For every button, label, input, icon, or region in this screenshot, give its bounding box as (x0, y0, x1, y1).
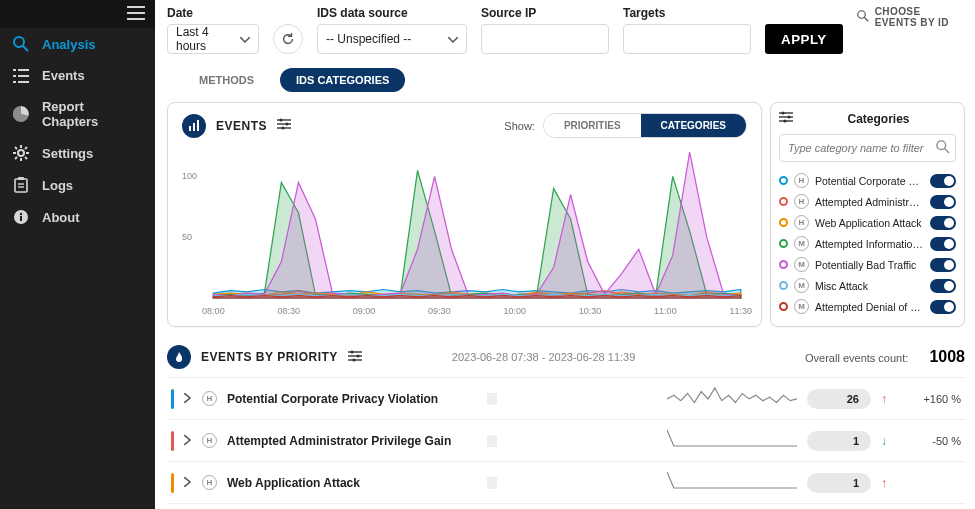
category-name: Attempted Denial of Servi … (815, 301, 924, 313)
expand-icon[interactable] (184, 392, 192, 406)
category-color-dot (779, 260, 788, 269)
clipboard-icon (12, 177, 30, 193)
severity-badge: H (202, 475, 217, 490)
svg-point-43 (787, 115, 790, 118)
category-toggle[interactable] (930, 174, 956, 188)
sliders-icon[interactable] (779, 111, 793, 126)
svg-rect-7 (13, 81, 16, 83)
category-toggle[interactable] (930, 216, 956, 230)
priority-percent: +160 % (905, 393, 961, 405)
expand-icon[interactable] (184, 476, 192, 490)
category-search-input[interactable] (779, 134, 956, 162)
svg-rect-29 (189, 126, 191, 131)
category-row: MAttempted Information Lea … (779, 233, 956, 254)
category-toggle[interactable] (930, 300, 956, 314)
tab-ids-categories[interactable]: IDS CATEGORIES (280, 68, 405, 92)
trend-arrow-icon: ↑ (881, 476, 895, 490)
category-color-dot (779, 281, 788, 290)
targets-label: Targets (623, 6, 751, 20)
segment-categories[interactable]: CATEGORIES (641, 114, 746, 137)
sidebar-item-label: About (42, 210, 80, 225)
list-icon (12, 69, 30, 83)
search-icon (936, 140, 950, 157)
svg-rect-6 (13, 75, 16, 77)
y-tick: 100 (182, 171, 197, 181)
priority-count: 1 (807, 473, 871, 493)
category-color-dot (779, 197, 788, 206)
priority-row: MAttempted Information Leak512↓-10.01 % (167, 503, 965, 509)
svg-line-17 (25, 157, 27, 159)
sourceip-label: Source IP (481, 6, 609, 20)
datasource-select[interactable]: -- Unspecified -- (317, 24, 467, 54)
svg-point-42 (781, 111, 784, 114)
svg-rect-8 (18, 69, 29, 71)
svg-line-18 (15, 157, 17, 159)
svg-line-4 (23, 46, 28, 51)
choose-events-link[interactable]: CHOOSE EVENTS BY ID (857, 6, 965, 28)
category-name: Potential Corporate Priva … (815, 175, 924, 187)
time-range: 2023-06-28 07:38 - 2023-06-28 11:39 (452, 351, 635, 363)
x-tick: 08:00 (202, 306, 225, 316)
sidebar-item-label: Events (42, 68, 85, 83)
x-tick: 08:30 (277, 306, 300, 316)
main-content: Date Last 4 hours IDS data source -- Uns… (155, 0, 975, 509)
sourceip-input[interactable] (481, 24, 609, 54)
svg-rect-26 (20, 216, 22, 221)
sidebar-item-logs[interactable]: Logs (0, 169, 155, 201)
segment-control: PRIORITIESCATEGORIES (543, 113, 747, 138)
svg-point-35 (279, 118, 282, 121)
targets-input[interactable] (623, 24, 751, 54)
category-toggle[interactable] (930, 237, 956, 251)
sidebar-item-about[interactable]: About (0, 201, 155, 233)
sliders-icon[interactable] (277, 118, 291, 133)
filter-bar: Date Last 4 hours IDS data source -- Uns… (167, 6, 965, 54)
date-select[interactable]: Last 4 hours (167, 24, 259, 54)
svg-point-50 (350, 350, 353, 353)
sidebar-item-analysis[interactable]: Analysis (0, 28, 155, 60)
categories-title: Categories (801, 112, 956, 126)
categories-panel: Categories HPotential Corporate Priva …H… (770, 102, 965, 327)
svg-rect-30 (193, 123, 195, 131)
sidebar-item-report-chapters[interactable]: Report Chapters (0, 91, 155, 137)
priority-percent: -50 % (905, 435, 961, 447)
x-tick: 10:30 (579, 306, 602, 316)
svg-point-27 (857, 11, 865, 19)
category-name: Web Application Attack (815, 217, 924, 229)
apply-button[interactable]: APPLY (765, 24, 843, 54)
sparkline (667, 426, 797, 455)
svg-point-25 (20, 213, 22, 215)
sparkline (667, 468, 797, 497)
x-tick: 09:30 (428, 306, 451, 316)
sidebar-item-events[interactable]: Events (0, 60, 155, 91)
search-icon (12, 36, 30, 52)
page-tabs: METHODSIDS CATEGORIES (183, 68, 965, 92)
svg-rect-21 (18, 177, 24, 180)
sidebar-header (0, 0, 155, 28)
segment-priorities[interactable]: PRIORITIES (544, 114, 641, 137)
sliders-icon[interactable] (348, 350, 362, 365)
tab-methods[interactable]: METHODS (183, 68, 270, 92)
refresh-button[interactable] (273, 24, 303, 54)
priority-stripe (171, 389, 174, 409)
category-toggle[interactable] (930, 279, 956, 293)
expand-icon[interactable] (184, 434, 192, 448)
priority-row: HWeb Application Attack1↑ (167, 461, 965, 503)
y-tick: 50 (182, 232, 192, 242)
svg-point-11 (18, 150, 24, 156)
sidebar-item-settings[interactable]: Settings (0, 137, 155, 169)
svg-point-44 (783, 119, 786, 122)
menu-icon[interactable] (127, 6, 145, 23)
category-toggle[interactable] (930, 195, 956, 209)
datasource-label: IDS data source (317, 6, 467, 20)
category-toggle[interactable] (930, 258, 956, 272)
sparkline (667, 384, 797, 413)
search-icon (857, 10, 869, 24)
events-card: EVENTS Show: PRIORITIESCATEGORIES 501000… (167, 102, 762, 327)
priority-count: 26 (807, 389, 871, 409)
gear-icon (12, 145, 30, 161)
category-color-dot (779, 218, 788, 227)
category-row: MMisc Attack (779, 275, 956, 296)
severity-badge: H (794, 215, 809, 230)
events-title: EVENTS (216, 119, 267, 133)
category-name: Misc Attack (815, 280, 924, 292)
